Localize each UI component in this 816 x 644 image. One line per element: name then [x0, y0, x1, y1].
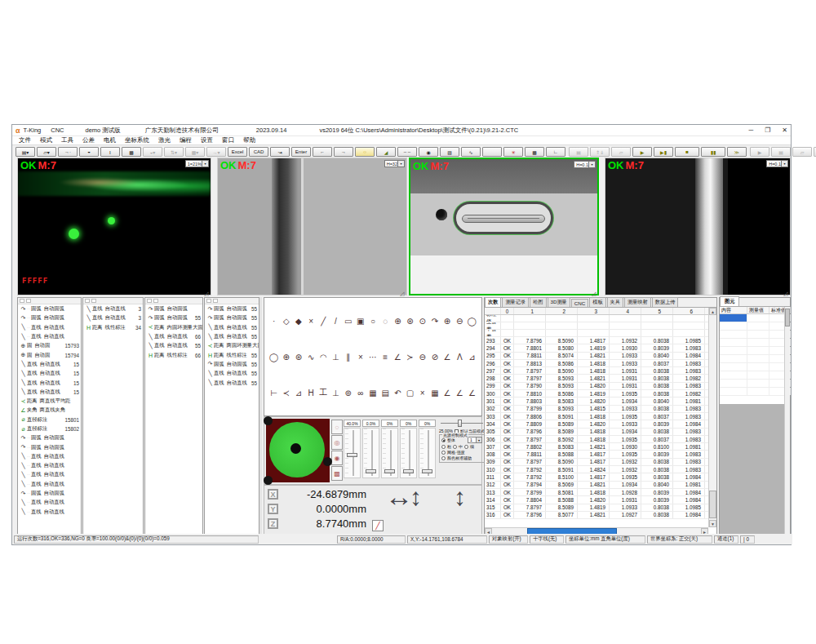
radio-size[interactable] — [453, 445, 457, 449]
list-item[interactable]: ╲···直线自动直线 — [18, 470, 81, 479]
special-row[interactable]: 下公差 — [485, 330, 716, 337]
measure-tool-icon[interactable]: · — [273, 317, 275, 326]
list-item[interactable]: Η距离线性标注66 — [145, 350, 202, 359]
tab-测量映射[interactable]: 测量映射 — [624, 297, 651, 307]
z-move-arrows-icon[interactable]: ↕ — [454, 483, 466, 511]
measure-tool-icon[interactable]: ▭ — [344, 317, 352, 326]
table-row[interactable]: 301OK7.88038.50831.48201.09340.80401.098… — [485, 398, 716, 405]
gray-swatch-button[interactable]: ▩ — [122, 147, 141, 157]
table-row[interactable]: 313OK7.87998.50811.48181.09280.80391.098… — [485, 489, 716, 496]
diagonal-move-button[interactable]: ╱ — [372, 520, 384, 531]
column-header[interactable]: 1 — [514, 308, 546, 314]
measure-tool-icon[interactable]: ◯ — [468, 317, 477, 326]
tab-模板[interactable]: 模板 — [589, 297, 605, 307]
curve-edit-button[interactable]: ↝ — [270, 147, 290, 157]
camera1-scale-box[interactable]: 1=21%▾ — [185, 160, 209, 167]
list-item[interactable]: ∠夹角两直线夹角 — [18, 406, 81, 415]
menu-item[interactable]: 编程 — [180, 136, 192, 144]
measure-tool-icon[interactable]: Λ — [457, 353, 463, 362]
light-slider-track[interactable] — [419, 428, 436, 478]
special-row[interactable]: 上公差 — [485, 322, 716, 330]
list-item[interactable]: Η距离线性标注55 — [205, 350, 259, 359]
list-item[interactable]: ╲直线自动直线3 — [83, 304, 143, 313]
camera3-scale-dropdown-icon[interactable]: ▾ — [588, 162, 595, 167]
vertical-scroll-thumb[interactable] — [709, 491, 716, 518]
ring-segment-button[interactable]: ◉ — [331, 451, 343, 465]
measure-tool-icon[interactable]: ⊖ — [419, 353, 426, 362]
list-item[interactable]: ╲···直线自动直线 — [18, 323, 81, 332]
element-row[interactable] — [720, 347, 790, 355]
scroll-down-icon[interactable]: ▼ — [709, 520, 716, 527]
menu-item[interactable]: 文件 — [19, 136, 31, 144]
image-view-button[interactable]: ◢ — [376, 147, 396, 157]
menu-item[interactable]: 模式 — [40, 136, 52, 144]
measure-tool-icon[interactable]: ◯ — [269, 353, 278, 362]
element-panel-scrollbar[interactable] — [784, 307, 790, 535]
measure-tool-icon[interactable]: ▤ — [381, 389, 388, 398]
maximize-button[interactable]: ❐ — [765, 127, 770, 134]
measure-tool-icon[interactable]: ∠ — [444, 353, 451, 362]
column-header[interactable]: 0 — [501, 308, 514, 314]
tab-次数[interactable]: 次数 — [485, 297, 501, 307]
list-item[interactable]: ╲直线自动直线15 — [18, 388, 81, 397]
element-row[interactable] — [720, 371, 790, 380]
tab-绘图[interactable]: 绘图 — [530, 297, 546, 307]
dashes-button[interactable]: – – — [397, 147, 417, 157]
radio-size[interactable] — [441, 445, 446, 449]
menu-item[interactable]: 坐标系统 — [125, 136, 149, 144]
light-bulb-button[interactable]: ☼ — [355, 147, 375, 157]
radio-size[interactable] — [464, 445, 468, 449]
menu-item[interactable]: 设置 — [201, 136, 213, 144]
menu-item[interactable]: 公差 — [82, 136, 95, 144]
measure-tool-icon[interactable]: ↷ — [432, 317, 438, 326]
light-slider-thumb[interactable] — [403, 469, 414, 473]
list-header-button-icon[interactable] — [206, 299, 211, 303]
measure-tool-icon[interactable]: ◌ — [383, 317, 388, 326]
measure-tool-icon[interactable]: ↶ — [394, 389, 401, 398]
table-row[interactable]: 306OK7.87978.50921.48181.09350.80371.098… — [485, 436, 716, 443]
list-item[interactable]: ↷圆弧自动圆弧55 — [205, 360, 259, 369]
light-slider-track[interactable] — [344, 428, 361, 478]
next-button[interactable]: → — [334, 147, 353, 157]
special-row[interactable]: 标准值 — [485, 315, 716, 322]
tab-CNC[interactable]: CNC — [571, 299, 588, 307]
table-row[interactable]: 315OK7.87978.50891.48191.09330.80381.098… — [485, 504, 716, 512]
stop-button[interactable]: ■ — [675, 147, 699, 157]
measure-tool-icon[interactable]: ⊖ — [456, 317, 463, 326]
list-item[interactable]: ╲直线自动直线55 — [205, 378, 259, 387]
measure-tool-icon[interactable]: ◆ — [295, 317, 302, 326]
blank-button[interactable] — [482, 147, 502, 157]
camera1-resize-grip-icon[interactable]: ◿ — [204, 291, 208, 297]
list-item[interactable]: ╲直线自动直线15 — [18, 360, 81, 369]
measure-tool-icon[interactable]: × — [420, 389, 425, 398]
menu-item[interactable]: 窗口 — [222, 136, 234, 144]
menu-item[interactable]: 电机 — [104, 136, 116, 144]
chart-axis-button[interactable]: ∟ — [546, 147, 565, 157]
measure-tool-icon[interactable]: ∞ — [357, 389, 363, 398]
camera3-scale-box[interactable]: H=0.1▾ — [574, 161, 596, 168]
list-item[interactable]: ╲···直线自动直线 — [18, 508, 81, 517]
measure-tool-icon[interactable]: ⋯ — [369, 353, 377, 362]
channel-dropdown-icon[interactable]: ▾ — [476, 437, 481, 442]
table-row[interactable]: 293OK7.87968.50901.48171.09320.80381.098… — [485, 337, 716, 344]
list-item[interactable]: ↷圆弧自动圆弧55 — [205, 304, 259, 313]
ring-segment-button[interactable]: ◎ — [331, 435, 343, 450]
table-row[interactable]: 300OK7.88108.50861.48191.09350.80381.098… — [485, 390, 716, 398]
list-item[interactable]: ⊕圆自动圆15793 — [18, 341, 81, 350]
list-header-button-icon[interactable] — [91, 299, 96, 303]
list-item[interactable]: ╲···直线自动直线 — [18, 480, 81, 489]
measure-tool-icon[interactable]: ⊢ — [270, 389, 277, 398]
table-vertical-scrollbar[interactable]: ▲ ▼ — [708, 308, 716, 527]
table-row[interactable]: 311OK7.87928.51001.48171.09350.80381.098… — [485, 473, 716, 481]
xy-move-vertical-arrow-icon[interactable]: ↕ — [410, 483, 422, 511]
table-row[interactable]: 308OK7.88118.50881.48171.09350.80391.098… — [485, 451, 716, 458]
radio-overall[interactable] — [441, 438, 446, 442]
measure-tool-icon[interactable]: ⊛ — [406, 317, 413, 326]
list-header-button-icon[interactable] — [153, 299, 158, 303]
camera3-resize-grip-icon[interactable]: ◿ — [592, 291, 596, 297]
magnifier-button[interactable]: ◉ — [419, 147, 438, 157]
channel-dropdown[interactable]: 1▾ — [468, 437, 482, 443]
list-item[interactable]: ↷···圆弧自动圆弧 — [18, 304, 81, 313]
measure-tool-icon[interactable]: ○ — [370, 317, 375, 326]
camera-view-3-selected[interactable]: OKM:7 H=0.1▾ — [409, 158, 599, 295]
